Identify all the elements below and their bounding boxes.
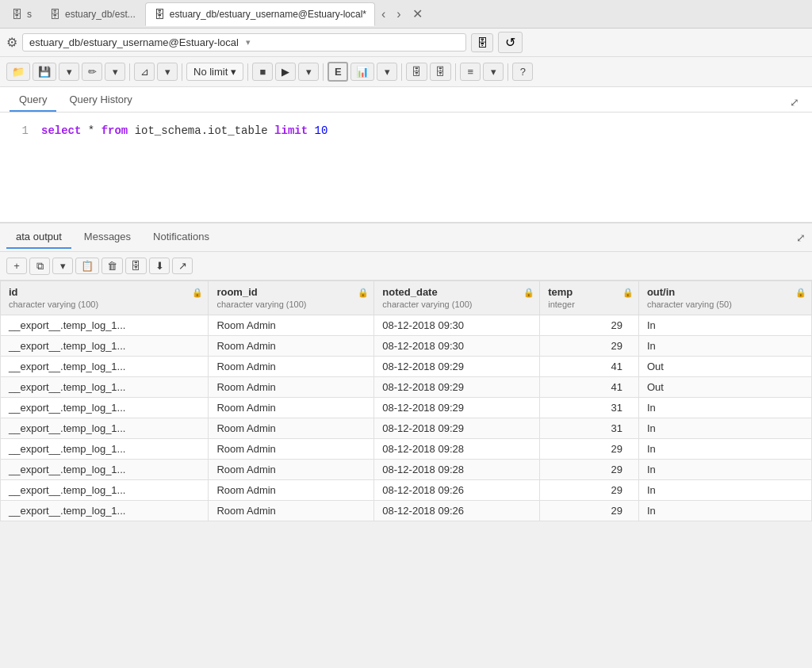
chart-btn[interactable]: 📊	[350, 63, 374, 81]
data-table-wrapper: id character varying (100) 🔒 room_id cha…	[0, 281, 812, 521]
filter-btn[interactable]: ⊿	[134, 63, 155, 81]
table-row[interactable]: __export__.temp_log_1... Room Admin 08-1…	[1, 377, 812, 398]
edit-dropdown-btn[interactable]: ▾	[105, 63, 125, 81]
cell-room-id: Room Admin	[209, 336, 374, 357]
list-btn[interactable]: ≡	[460, 63, 481, 81]
connection-symbol: ⚙	[6, 35, 17, 50]
cell-id: __export__.temp_log_1...	[1, 377, 209, 398]
stop-btn[interactable]: ■	[252, 63, 273, 81]
cell-temp: 41	[540, 377, 639, 398]
results-download-btn[interactable]: ⬇	[149, 258, 170, 274]
col-lock-room-id: 🔒	[358, 288, 369, 298]
table-row[interactable]: __export__.temp_log_1... Room Admin 08-1…	[1, 439, 812, 460]
tab-query[interactable]: Query	[10, 89, 56, 112]
results-copy-btn[interactable]: ⧉	[29, 258, 50, 275]
cell-out-in: In	[638, 315, 811, 336]
table-row[interactable]: __export__.temp_log_1... Room Admin 08-1…	[1, 501, 812, 521]
db-connect-btn2[interactable]: 🗄	[430, 63, 451, 81]
table-row[interactable]: __export__.temp_log_1... Room Admin 08-1…	[1, 336, 812, 357]
tab-messages-label: Messages	[84, 231, 131, 242]
tab-notifications[interactable]: Notifications	[144, 226, 219, 249]
cell-temp: 29	[540, 480, 639, 501]
cell-noted-date: 08-12-2018 09:28	[374, 439, 540, 460]
results-tab-bar: ata output Messages Notifications ⤢	[0, 223, 812, 252]
tab-query-history-label: Query History	[69, 94, 132, 105]
limit-label: No limit	[193, 66, 228, 78]
tab-query-history[interactable]: Query History	[59, 89, 141, 112]
tab-close-btn[interactable]: ✕	[408, 3, 427, 25]
cell-id: __export__.temp_log_1...	[1, 398, 209, 418]
toolbar-sep-7	[508, 63, 508, 81]
toolbar-sep-2	[182, 63, 182, 81]
cell-out-in: Out	[638, 377, 811, 398]
sql-from-keyword: from	[102, 124, 128, 137]
tab-messages[interactable]: Messages	[75, 226, 140, 249]
cell-noted-date: 08-12-2018 09:26	[374, 480, 540, 501]
results-filter-btn[interactable]: 🗄	[125, 258, 147, 274]
col-lock-temp: 🔒	[622, 288, 634, 298]
table-row[interactable]: __export__.temp_log_1... Room Admin 08-1…	[1, 480, 812, 501]
results-paste-btn[interactable]: 📋	[75, 258, 99, 274]
limit-selector[interactable]: No limit ▾	[186, 63, 243, 81]
col-header-temp: temp integer 🔒	[540, 281, 639, 315]
results-copy-dropdown-btn[interactable]: ▾	[52, 258, 73, 274]
sql-select-keyword: select	[41, 124, 81, 137]
db-connect-btn1[interactable]: 🗄	[406, 63, 427, 81]
run-btn[interactable]: ▶	[275, 63, 296, 81]
save-dropdown-btn[interactable]: ▾	[59, 63, 79, 81]
cell-temp: 29	[540, 501, 639, 521]
connection-bar: ⚙ estuary_db/estuary_username@Estuary-lo…	[0, 29, 812, 57]
col-header-noted-date: noted_date character varying (100) 🔒	[374, 281, 540, 315]
cell-room-id: Room Admin	[209, 439, 374, 460]
open-file-btn[interactable]: 📁	[6, 63, 30, 81]
tab-prev[interactable]: 🗄 s	[3, 2, 40, 26]
cell-noted-date: 08-12-2018 09:29	[374, 398, 540, 418]
tab-prev-icon: 🗄	[11, 8, 22, 21]
cell-id: __export__.temp_log_1...	[1, 315, 209, 336]
help-btn[interactable]: ?	[512, 63, 533, 81]
tab-2-label: estuary_db/estuary_username@Estuary-loca…	[170, 9, 366, 20]
cell-out-in: In	[638, 398, 811, 418]
cell-room-id: Room Admin	[209, 377, 374, 398]
list-dropdown-btn[interactable]: ▾	[483, 63, 504, 81]
tab-1[interactable]: 🗄 estuary_db/est...	[41, 2, 144, 26]
connection-db-btn[interactable]: 🗄	[471, 33, 493, 52]
filter-dropdown-btn[interactable]: ▾	[157, 63, 178, 81]
cell-id: __export__.temp_log_1...	[1, 357, 209, 377]
results-expand-btn[interactable]: ⤢	[796, 231, 806, 244]
connection-selector[interactable]: estuary_db/estuary_username@Estuary-loca…	[22, 33, 466, 52]
cell-out-in: In	[638, 439, 811, 460]
editor-content[interactable]: select * from iot_schema.iot_table limit…	[41, 122, 799, 212]
results-chart-btn[interactable]: ↗	[172, 258, 193, 274]
edit-btn[interactable]: ✏	[82, 63, 102, 81]
tab-data-output[interactable]: ata output	[6, 226, 71, 249]
results-toolbar: + ⧉ ▾ 📋 🗑 🗄 ⬇ ↗	[0, 252, 812, 281]
table-row[interactable]: __export__.temp_log_1... Room Admin 08-1…	[1, 418, 812, 439]
cell-room-id: Room Admin	[209, 398, 374, 418]
tab-2[interactable]: 🗄 estuary_db/estuary_username@Estuary-lo…	[145, 2, 375, 26]
table-row[interactable]: __export__.temp_log_1... Room Admin 08-1…	[1, 460, 812, 480]
toolbar-sep-3	[247, 63, 248, 81]
cell-out-in: In	[638, 336, 811, 357]
table-body: __export__.temp_log_1... Room Admin 08-1…	[1, 315, 812, 521]
save-btn[interactable]: 💾	[33, 63, 56, 81]
chart-dropdown-btn[interactable]: ▾	[377, 63, 397, 81]
cell-temp: 29	[540, 460, 639, 480]
explain-btn[interactable]: E	[327, 62, 348, 82]
results-add-btn[interactable]: +	[6, 258, 27, 274]
run-dropdown-btn[interactable]: ▾	[298, 63, 319, 81]
toolbar-sep-4	[323, 63, 324, 81]
sql-editor[interactable]: 1 select * from iot_schema.iot_table lim…	[0, 113, 812, 223]
connection-refresh-btn[interactable]: ↺	[498, 32, 523, 53]
table-row[interactable]: __export__.temp_log_1... Room Admin 08-1…	[1, 357, 812, 377]
results-delete-btn[interactable]: 🗑	[102, 258, 123, 274]
col-name-id: id	[9, 286, 200, 298]
col-type-out-in: character varying (50)	[647, 300, 732, 309]
table-row[interactable]: __export__.temp_log_1... Room Admin 08-1…	[1, 315, 812, 336]
tab-nav-forward[interactable]: ›	[392, 4, 405, 25]
tab-nav-back[interactable]: ‹	[377, 4, 390, 25]
table-row[interactable]: __export__.temp_log_1... Room Admin 08-1…	[1, 398, 812, 418]
query-expand-btn[interactable]: ⤢	[787, 93, 802, 112]
cell-id: __export__.temp_log_1...	[1, 418, 209, 439]
sql-limit-number: 10	[315, 124, 328, 137]
